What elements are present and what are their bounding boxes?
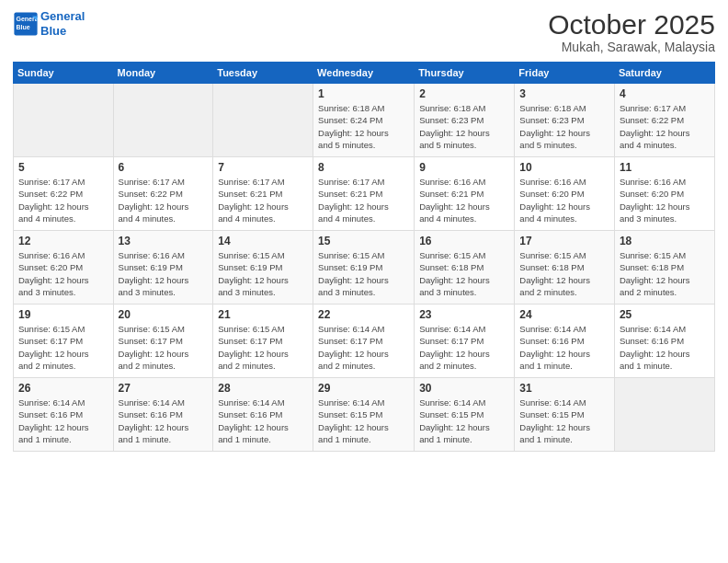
header-sunday: Sunday	[14, 63, 114, 84]
day-cell: 18Sunrise: 6:15 AM Sunset: 6:18 PM Dayli…	[614, 231, 714, 304]
day-number: 2	[419, 87, 509, 100]
day-info: Sunrise: 6:15 AM Sunset: 6:18 PM Dayligh…	[620, 249, 710, 298]
logo-text: General Blue	[40, 9, 85, 38]
day-info: Sunrise: 6:16 AM Sunset: 6:20 PM Dayligh…	[620, 176, 710, 224]
page-header: General Blue General Blue October 2025 M…	[13, 9, 715, 54]
day-cell: 1Sunrise: 6:18 AM Sunset: 6:24 PM Daylig…	[313, 84, 415, 157]
day-cell: 6Sunrise: 6:17 AM Sunset: 6:22 PM Daylig…	[113, 157, 213, 231]
day-number: 12	[18, 235, 108, 247]
day-cell: 25Sunrise: 6:14 AM Sunset: 6:16 PM Dayli…	[614, 304, 714, 378]
day-info: Sunrise: 6:16 AM Sunset: 6:21 PM Dayligh…	[419, 176, 509, 224]
day-number: 23	[419, 308, 509, 321]
day-number: 26	[18, 382, 108, 395]
day-cell: 3Sunrise: 6:18 AM Sunset: 6:23 PM Daylig…	[515, 84, 615, 157]
header-tuesday: Tuesday	[213, 63, 313, 84]
day-number: 16	[419, 235, 509, 247]
day-number: 29	[318, 382, 409, 395]
day-info: Sunrise: 6:15 AM Sunset: 6:17 PM Dayligh…	[18, 323, 108, 372]
header-wednesday: Wednesday	[313, 63, 415, 84]
header-friday: Friday	[515, 63, 615, 84]
week-row-4: 19Sunrise: 6:15 AM Sunset: 6:17 PM Dayli…	[14, 304, 715, 378]
day-info: Sunrise: 6:15 AM Sunset: 6:17 PM Dayligh…	[218, 323, 308, 372]
day-cell: 15Sunrise: 6:15 AM Sunset: 6:19 PM Dayli…	[313, 231, 415, 304]
day-info: Sunrise: 6:18 AM Sunset: 6:23 PM Dayligh…	[519, 102, 609, 151]
day-number: 19	[18, 308, 108, 321]
day-cell: 26Sunrise: 6:14 AM Sunset: 6:16 PM Dayli…	[14, 378, 114, 452]
day-info: Sunrise: 6:15 AM Sunset: 6:18 PM Dayligh…	[419, 249, 509, 298]
day-info: Sunrise: 6:14 AM Sunset: 6:16 PM Dayligh…	[18, 396, 108, 445]
calendar-body: 1Sunrise: 6:18 AM Sunset: 6:24 PM Daylig…	[14, 84, 715, 452]
day-number: 3	[519, 87, 609, 100]
day-info: Sunrise: 6:15 AM Sunset: 6:18 PM Dayligh…	[519, 249, 609, 298]
day-number: 24	[519, 308, 609, 321]
day-cell: 24Sunrise: 6:14 AM Sunset: 6:16 PM Dayli…	[515, 304, 615, 378]
week-row-3: 12Sunrise: 6:16 AM Sunset: 6:20 PM Dayli…	[14, 231, 715, 304]
day-number: 20	[119, 308, 209, 321]
day-cell: 16Sunrise: 6:15 AM Sunset: 6:18 PM Dayli…	[415, 231, 515, 304]
day-number: 14	[218, 235, 308, 247]
day-number: 8	[318, 161, 409, 174]
day-info: Sunrise: 6:14 AM Sunset: 6:15 PM Dayligh…	[318, 396, 409, 445]
day-cell: 17Sunrise: 6:15 AM Sunset: 6:18 PM Dayli…	[515, 231, 615, 304]
day-number: 9	[419, 161, 509, 174]
location-subtitle: Mukah, Sarawak, Malaysia	[548, 40, 715, 54]
day-cell: 28Sunrise: 6:14 AM Sunset: 6:16 PM Dayli…	[213, 378, 313, 452]
day-number: 25	[620, 308, 710, 321]
day-cell	[213, 84, 313, 157]
day-cell	[614, 378, 714, 452]
day-number: 13	[119, 235, 209, 247]
logo-line1: General	[40, 9, 85, 23]
header-monday: Monday	[113, 63, 213, 84]
day-cell: 5Sunrise: 6:17 AM Sunset: 6:22 PM Daylig…	[14, 157, 114, 231]
day-number: 15	[318, 235, 409, 247]
day-cell	[113, 84, 213, 157]
day-number: 6	[119, 161, 209, 174]
day-cell: 22Sunrise: 6:14 AM Sunset: 6:17 PM Dayli…	[313, 304, 415, 378]
day-info: Sunrise: 6:17 AM Sunset: 6:22 PM Dayligh…	[18, 176, 108, 224]
calendar-table: Sunday Monday Tuesday Wednesday Thursday…	[13, 62, 715, 452]
day-info: Sunrise: 6:17 AM Sunset: 6:22 PM Dayligh…	[620, 102, 710, 151]
day-info: Sunrise: 6:17 AM Sunset: 6:21 PM Dayligh…	[218, 176, 308, 224]
day-cell: 8Sunrise: 6:17 AM Sunset: 6:21 PM Daylig…	[313, 157, 415, 231]
day-number: 4	[620, 87, 710, 100]
day-info: Sunrise: 6:14 AM Sunset: 6:15 PM Dayligh…	[519, 396, 609, 445]
day-cell: 12Sunrise: 6:16 AM Sunset: 6:20 PM Dayli…	[14, 231, 114, 304]
day-cell: 2Sunrise: 6:18 AM Sunset: 6:23 PM Daylig…	[415, 84, 515, 157]
header-saturday: Saturday	[614, 63, 714, 84]
week-row-5: 26Sunrise: 6:14 AM Sunset: 6:16 PM Dayli…	[14, 378, 715, 452]
day-info: Sunrise: 6:15 AM Sunset: 6:17 PM Dayligh…	[119, 323, 209, 372]
day-cell: 29Sunrise: 6:14 AM Sunset: 6:15 PM Dayli…	[313, 378, 415, 452]
logo: General Blue General Blue	[13, 9, 85, 38]
day-number: 27	[119, 382, 209, 395]
day-cell: 30Sunrise: 6:14 AM Sunset: 6:15 PM Dayli…	[415, 378, 515, 452]
week-row-1: 1Sunrise: 6:18 AM Sunset: 6:24 PM Daylig…	[14, 84, 715, 157]
day-number: 31	[519, 382, 609, 395]
day-cell: 20Sunrise: 6:15 AM Sunset: 6:17 PM Dayli…	[113, 304, 213, 378]
day-cell: 10Sunrise: 6:16 AM Sunset: 6:20 PM Dayli…	[515, 157, 615, 231]
day-cell: 23Sunrise: 6:14 AM Sunset: 6:17 PM Dayli…	[415, 304, 515, 378]
day-number: 21	[218, 308, 308, 321]
day-number: 7	[218, 161, 308, 174]
day-info: Sunrise: 6:14 AM Sunset: 6:16 PM Dayligh…	[519, 323, 609, 372]
day-info: Sunrise: 6:14 AM Sunset: 6:17 PM Dayligh…	[318, 323, 409, 372]
day-cell: 9Sunrise: 6:16 AM Sunset: 6:21 PM Daylig…	[415, 157, 515, 231]
day-cell: 21Sunrise: 6:15 AM Sunset: 6:17 PM Dayli…	[213, 304, 313, 378]
day-number: 28	[218, 382, 308, 395]
day-info: Sunrise: 6:14 AM Sunset: 6:15 PM Dayligh…	[419, 396, 509, 445]
day-number: 30	[419, 382, 509, 395]
day-info: Sunrise: 6:15 AM Sunset: 6:19 PM Dayligh…	[318, 249, 409, 298]
day-number: 11	[620, 161, 710, 174]
header-row: Sunday Monday Tuesday Wednesday Thursday…	[14, 63, 715, 84]
day-info: Sunrise: 6:18 AM Sunset: 6:24 PM Dayligh…	[318, 102, 409, 151]
day-cell	[14, 84, 114, 157]
day-cell: 14Sunrise: 6:15 AM Sunset: 6:19 PM Dayli…	[213, 231, 313, 304]
day-info: Sunrise: 6:17 AM Sunset: 6:21 PM Dayligh…	[318, 176, 409, 224]
month-title: October 2025	[548, 9, 715, 40]
svg-text:Blue: Blue	[17, 23, 30, 29]
day-info: Sunrise: 6:16 AM Sunset: 6:20 PM Dayligh…	[18, 249, 108, 298]
day-cell: 27Sunrise: 6:14 AM Sunset: 6:16 PM Dayli…	[113, 378, 213, 452]
day-cell: 7Sunrise: 6:17 AM Sunset: 6:21 PM Daylig…	[213, 157, 313, 231]
header-thursday: Thursday	[415, 63, 515, 84]
day-info: Sunrise: 6:17 AM Sunset: 6:22 PM Dayligh…	[119, 176, 209, 224]
day-cell: 11Sunrise: 6:16 AM Sunset: 6:20 PM Dayli…	[614, 157, 714, 231]
